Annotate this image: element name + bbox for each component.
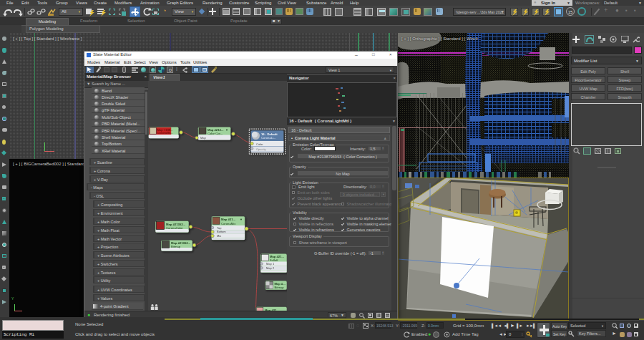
- svg-text:Map 1: Map 1: [266, 262, 275, 266]
- svg-text:CoronaColor: CoronaColor: [166, 226, 183, 230]
- svg-text:Mix: Mix: [217, 234, 221, 238]
- svg-text:Bitmap: Bitmap: [275, 286, 285, 289]
- svg-text:CoronaBit...: CoronaBit...: [157, 131, 173, 135]
- svg-text:Map: Map: [200, 136, 207, 140]
- svg-text:CoronaLi...: CoronaLi...: [261, 136, 275, 140]
- svg-text:Map #...: Map #...: [275, 282, 286, 286]
- svg-text:Bitmap: Bitmap: [171, 245, 181, 248]
- svg-text:Bottom: Bottom: [217, 230, 226, 233]
- svg-text:Color Cor...: Color Cor...: [208, 132, 223, 135]
- svg-text:16 - Default: 16 - Default: [261, 132, 278, 136]
- svg-text:CoronaMix: CoronaMix: [221, 222, 236, 225]
- svg-text:▼: ▼: [225, 128, 228, 132]
- svg-text:Map 2: Map 2: [266, 266, 275, 270]
- svg-text:Top: Top: [217, 226, 222, 230]
- svg-text:Opacity: Opacity: [256, 147, 266, 151]
- svg-text:▼: ▼: [240, 218, 243, 221]
- svg-text:Map #21...: Map #21...: [221, 218, 235, 221]
- svg-text:Color: Color: [256, 142, 263, 146]
